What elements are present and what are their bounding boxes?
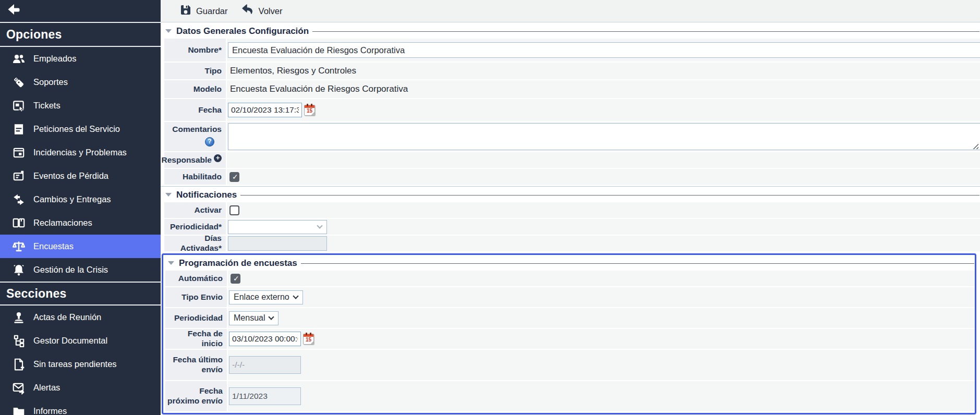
section-separator (161, 186, 980, 187)
habilitado-checkbox[interactable] (229, 172, 239, 182)
sidebar-item-eventos-de-perdida[interactable]: Eventos de Pérdida (0, 164, 161, 188)
save-icon (180, 4, 191, 18)
main-area: Guardar Volver Datos Generales Configura… (161, 0, 980, 415)
collapse-triangle-icon[interactable] (165, 193, 172, 197)
nombre-input[interactable] (228, 42, 980, 58)
sidebar-item-empleados[interactable]: Empleados (0, 47, 161, 70)
sidebar-item-label: Soportes (33, 77, 68, 87)
row-activar: Activar (161, 202, 980, 218)
row-fecha-ultimo: Fecha último envío (163, 350, 975, 380)
sidebar-section-title-opciones: Opciones (0, 23, 161, 47)
section-header-programacion: Programación de encuestas (163, 257, 975, 270)
sidebar-item-label: Reclamaciones (33, 218, 92, 228)
sitemap-icon (11, 334, 26, 348)
sidebar-item-cambios-y-entregas[interactable]: Cambios y Entregas (0, 188, 161, 211)
row-automatico: Automático (163, 271, 975, 286)
help-icon[interactable] (205, 137, 214, 147)
sidebar-item-gestion-de-la-crisis[interactable]: Gestión de la Crisis (0, 258, 161, 282)
habilitado-label: Habilitado (164, 169, 226, 185)
add-responsable-icon[interactable] (214, 154, 222, 162)
row-periodicidad-prog: Periodicidad Mensual (163, 308, 975, 328)
undo-arrow-icon (241, 4, 254, 18)
sidebar-item-label: Actas de Reunión (33, 312, 101, 322)
bell-icon (11, 263, 26, 277)
sidebar-item-soportes[interactable]: Soportes (0, 70, 161, 94)
sidebar-item-label: Eventos de Pérdida (33, 171, 108, 181)
row-habilitado: Habilitado (161, 169, 980, 185)
sidebar-item-label: Sin tareas pendientes (33, 359, 117, 369)
swap-arrows-icon (11, 192, 26, 206)
save-button[interactable]: Guardar (180, 4, 228, 18)
sidebar-item-tickets[interactable]: Tickets (0, 94, 161, 117)
section-title: Notificaciones (176, 190, 237, 200)
scale-icon (11, 239, 26, 253)
collapse-triangle-icon[interactable] (168, 261, 174, 265)
fecha-inicio-label: Fecha de inicio (165, 329, 227, 349)
sidebar-item-encuestas[interactable]: Encuestas (0, 235, 161, 258)
section-header-notificaciones: Notificaciones (161, 188, 980, 201)
periodicidad-prog-value: Mensual (234, 313, 265, 323)
section-header-datos-generales: Datos Generales Configuración (161, 25, 980, 38)
fecha-ultimo-input (229, 356, 301, 374)
chevron-down-icon (269, 314, 274, 320)
people-icon (11, 52, 26, 66)
row-comentarios: Comentarios (161, 122, 980, 151)
sidebar-item-reclamaciones[interactable]: Reclamaciones (0, 211, 161, 235)
calendar-picker-icon[interactable]: 15 (304, 105, 315, 116)
row-tipo: Tipo Elementos, Riesgos y Controles (161, 63, 980, 79)
sidebar-item-informes[interactable]: Informes (0, 399, 161, 415)
section-title: Datos Generales Configuración (176, 26, 309, 36)
sidebar-item-label: Peticiones del Servicio (33, 124, 120, 134)
sidebar-item-sin-tareas-pendientes[interactable]: Sin tareas pendientes (0, 352, 161, 376)
activar-label: Activar (164, 202, 226, 218)
modelo-value: Encuesta Evaluación de Riesgos Corporati… (228, 84, 408, 94)
sidebar-item-actas-de-reunion[interactable]: Actas de Reunión (0, 306, 161, 329)
sidebar-item-label: Alertas (33, 383, 60, 393)
tipo-envio-value: Enlace externo (234, 292, 289, 302)
chevron-down-icon (317, 223, 322, 228)
sidebar-back-button[interactable] (0, 0, 161, 23)
fecha-input[interactable] (228, 103, 302, 117)
toolbar: Guardar Volver (161, 0, 980, 22)
fecha-inicio-input[interactable] (229, 332, 301, 346)
activar-checkbox[interactable] (229, 205, 239, 215)
comentarios-label: Comentarios (172, 125, 222, 135)
sidebar-item-label: Incidencias y Problemas (33, 148, 127, 157)
comentarios-textarea[interactable] (228, 123, 980, 150)
row-responsable: Responsable (161, 152, 980, 168)
modelo-label: Modelo (164, 80, 226, 98)
collapse-triangle-icon[interactable] (165, 29, 172, 33)
ticket-calendar-icon (11, 99, 26, 113)
fecha-proximo-input[interactable] (229, 387, 301, 405)
form-content: Datos Generales Configuración Nombre* Ti… (161, 22, 980, 415)
section-rule (301, 263, 974, 264)
sidebar-item-alertas[interactable]: Alertas (0, 376, 161, 399)
responsable-label-cell: Responsable (164, 152, 226, 168)
sidebar-item-peticiones-del-servicio[interactable]: Peticiones del Servicio (0, 117, 161, 141)
sidebar-item-label: Encuestas (33, 241, 74, 251)
usb-icon (11, 75, 26, 89)
calendar-picker-icon[interactable]: 15 (303, 334, 314, 345)
sidebar-item-label: Informes (33, 406, 67, 415)
periodicidad-prog-label: Periodicidad (165, 308, 227, 328)
mail-forward-icon (11, 381, 26, 395)
row-nombre: Nombre* (161, 39, 980, 62)
periodicidad-notif-select[interactable] (228, 220, 327, 234)
chevron-down-icon (293, 293, 298, 299)
back-button-label: Volver (259, 6, 283, 16)
periodicidad-prog-select[interactable]: Mensual (229, 311, 279, 325)
row-tipo-envio: Tipo Envio Enlace externo (163, 287, 975, 307)
section-rule (312, 31, 979, 32)
sidebar-item-gestor-documental[interactable]: Gestor Documental (0, 329, 161, 352)
fecha-ultimo-label: Fecha último envío (165, 350, 227, 380)
tipo-envio-select[interactable]: Enlace externo (229, 290, 303, 304)
back-button[interactable]: Volver (241, 4, 283, 18)
dias-activadas-input (228, 236, 327, 251)
responsable-label: Responsable (162, 155, 212, 165)
tipo-label: Tipo (164, 63, 226, 79)
programacion-panel: Programación de encuestas Automático Tip… (162, 253, 976, 414)
automatico-checkbox[interactable] (231, 274, 240, 284)
row-fecha-inicio: Fecha de inicio 15 (163, 329, 975, 349)
sidebar-item-incidencias-y-problemas[interactable]: Incidencias y Problemas (0, 141, 161, 164)
sidebar-item-label: Gestor Documental (33, 336, 107, 346)
